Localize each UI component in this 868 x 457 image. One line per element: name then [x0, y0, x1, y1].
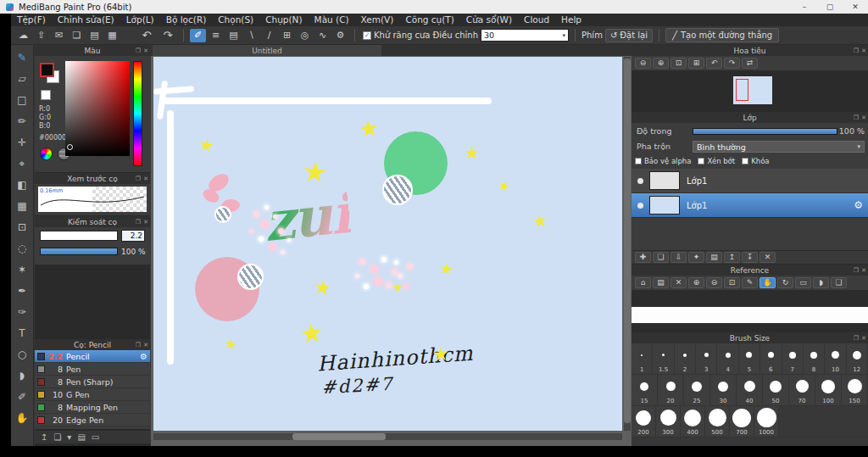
fit-icon[interactable]: ⊡ — [724, 277, 740, 288]
close-panel-icon[interactable]: ✕ — [861, 47, 866, 54]
brush-size-3[interactable]: 3 — [696, 343, 717, 375]
close-panel-icon[interactable]: ✕ — [143, 219, 148, 226]
blend-mode-dropdown[interactable]: Bình thường ▾ — [693, 141, 865, 153]
eraser-tool[interactable]: ▱ — [14, 72, 30, 86]
eyedropper-tool[interactable]: ◗ — [14, 369, 30, 382]
rotate-icon[interactable]: ↻ — [777, 277, 793, 288]
brush-opacity-slider[interactable] — [40, 248, 118, 255]
copy-icon[interactable]: ❏ — [69, 29, 85, 42]
diagonal-right-icon[interactable]: ∕ — [261, 29, 277, 42]
export-icon[interactable]: ↥ — [41, 431, 47, 443]
snap-tool[interactable]: ⌖ — [14, 157, 30, 170]
popout-icon[interactable]: ❐ — [136, 176, 141, 182]
pencil-icon[interactable]: ✎ — [742, 277, 758, 288]
hatch-icon[interactable]: ▤ — [225, 29, 242, 42]
brush-size-500[interactable]: 500 — [705, 406, 730, 437]
close-panel-icon[interactable]: ✕ — [861, 335, 866, 342]
upload-icon[interactable]: ⇧ — [33, 29, 49, 42]
menu-item-1[interactable]: Chỉnh sửa(E) — [52, 14, 120, 26]
menu-item-2[interactable]: Lớp(L) — [120, 14, 160, 26]
navigator-thumbnail[interactable] — [733, 76, 772, 104]
layer-row[interactable]: Lớp1 — [632, 169, 868, 193]
navigator-preview[interactable] — [632, 70, 868, 111]
rings-icon[interactable]: ◎ — [297, 29, 313, 42]
brush-size-400[interactable]: 400 — [681, 406, 705, 437]
close-button[interactable]: ✕ — [843, 0, 868, 14]
zoom-in-icon[interactable]: ⊕ — [653, 58, 669, 69]
brush-list-icon[interactable]: ▤ — [77, 431, 85, 443]
popout-icon[interactable]: ❐ — [136, 342, 141, 348]
checkbox-icon[interactable] — [635, 158, 642, 164]
document-tab[interactable]: Untitled — [153, 45, 381, 56]
maximize-button[interactable]: ▢ — [817, 0, 843, 14]
menu-item-4[interactable]: Chọn(S) — [212, 14, 259, 26]
fit-window-icon[interactable]: ⊡ — [670, 58, 687, 69]
brush-size-300[interactable]: 300 — [656, 406, 681, 437]
undo-button[interactable]: ↶ — [137, 29, 156, 42]
pen-tool[interactable]: ✑ — [14, 305, 30, 319]
layer-visible-icon[interactable] — [637, 203, 643, 209]
move-up-icon[interactable]: ↥ — [724, 252, 740, 263]
menu-item-0[interactable]: Tệp(F) — [11, 14, 52, 26]
brush-size-5[interactable]: 5 — [739, 343, 760, 375]
brush-item[interactable]: 8Pen — [35, 363, 150, 376]
menu-item-3[interactable]: Bộ lọc(R) — [160, 14, 213, 26]
brush-size-50[interactable]: 50 — [763, 375, 789, 406]
vertical-scroll-thumb[interactable] — [624, 59, 631, 423]
layer-row[interactable]: Lớp1⚙ — [632, 193, 868, 218]
add-layer-icon[interactable]: ✚ — [635, 252, 651, 263]
hand-icon[interactable]: ✋ — [760, 277, 776, 288]
delete-layer-icon[interactable]: ✕ — [760, 252, 776, 263]
transparent-color-swatch[interactable] — [41, 90, 51, 100]
eyedropper-icon[interactable]: ◗ — [813, 277, 829, 288]
brush-size-25[interactable]: 25 — [684, 375, 710, 406]
freehand-icon[interactable]: ✐ — [190, 29, 206, 42]
saturation-value-picker[interactable] — [65, 61, 130, 156]
hue-bar[interactable] — [133, 61, 142, 166]
frame-tool[interactable]: □ — [14, 93, 30, 107]
zoom-out-icon[interactable]: ⊖ — [635, 58, 651, 69]
rotate-right-icon[interactable]: ↷ — [724, 58, 740, 69]
settings-gear-icon[interactable]: ⚙ — [332, 29, 348, 42]
brush-item[interactable]: 20Edge Pen — [35, 414, 150, 426]
popout-icon[interactable]: ❐ — [854, 47, 859, 54]
brush-size-30[interactable]: 30 — [710, 375, 737, 406]
menu-item-8[interactable]: Công cụ(T) — [399, 14, 459, 26]
brush-size-700[interactable]: 700 — [730, 406, 754, 437]
layer-effect-icon[interactable]: ✦ — [688, 252, 704, 263]
checkbox-icon[interactable] — [742, 158, 748, 164]
zoom-out-icon[interactable]: ⊖ — [706, 277, 722, 288]
menu-item-9[interactable]: Cửa sổ(W) — [460, 14, 518, 26]
text-tool[interactable]: T — [14, 326, 30, 340]
popout-icon[interactable]: ❐ — [136, 219, 141, 226]
brush-size-7[interactable]: 7 — [782, 343, 804, 375]
minimize-button[interactable]: – — [792, 0, 817, 14]
layer-settings-icon[interactable]: ⚙ — [854, 199, 863, 211]
document-icon[interactable]: ▤ — [86, 29, 103, 42]
layer-checkbox-2[interactable]: Khóa — [742, 157, 769, 165]
layer-folder-icon[interactable]: ▤ — [706, 252, 722, 263]
brush-size-20[interactable]: 20 — [658, 375, 684, 406]
close-panel-icon[interactable]: ✕ — [143, 176, 148, 182]
detail-brush-tool[interactable]: ✐ — [14, 390, 30, 404]
close-icon[interactable]: ✕ — [670, 277, 687, 288]
brush-size-1000[interactable]: 1000 — [754, 406, 779, 437]
popout-icon[interactable]: ❐ — [854, 335, 859, 342]
brush-size-4[interactable]: 4 — [717, 343, 738, 375]
zoom-in-icon[interactable]: ⊕ — [688, 277, 704, 288]
navigator-view-rect[interactable] — [736, 79, 748, 101]
parallel-lines-icon[interactable]: ≡ — [208, 29, 224, 42]
brush-size-value[interactable]: 2.2 — [121, 230, 145, 242]
close-panel-icon[interactable]: ✕ — [861, 114, 866, 121]
diagonal-left-icon[interactable]: ∖ — [243, 29, 259, 42]
brush-size-1.5[interactable]: 1.5 — [653, 343, 674, 375]
canvas[interactable]: zui Hainhinothcm #d2#7 — [153, 57, 622, 431]
reference-image-area[interactable] — [632, 307, 868, 323]
lasso-tool[interactable]: ◌ — [14, 242, 30, 255]
home-icon[interactable]: ⌂ — [635, 277, 651, 288]
brush-size-1[interactable]: 1 — [632, 343, 653, 375]
new-brush-icon[interactable]: ❏ — [53, 431, 61, 443]
brush-size-100[interactable]: 100 — [815, 375, 842, 406]
rotate-left-icon[interactable]: ↶ — [706, 58, 722, 69]
folder-icon[interactable]: ▭ — [92, 431, 99, 443]
